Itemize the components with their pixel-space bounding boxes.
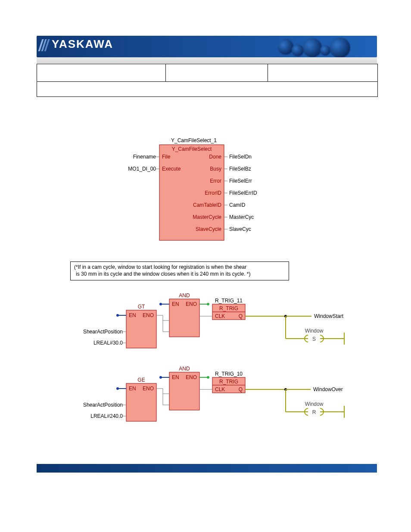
and-eno: ENO <box>186 374 197 380</box>
svg-text:MasterCyc: MasterCyc <box>229 214 254 220</box>
svg-text:FileSelErr: FileSelErr <box>229 178 252 184</box>
svg-text:CamTableID: CamTableID <box>193 202 221 208</box>
fb-port-row: Done FileSelDn <box>209 154 252 160</box>
coil-label: Window <box>305 328 324 334</box>
svg-text:Finename: Finename <box>133 154 156 160</box>
fb-port-row: MO1_DI_00 Execute <box>128 166 181 172</box>
brand-banner: YASKAWA <box>37 36 377 57</box>
banner-subheader <box>37 57 377 63</box>
footer-bar <box>37 464 377 473</box>
coil-type: R <box>312 409 316 415</box>
fb-port-row: Error FileSelErr <box>210 178 252 184</box>
svg-point-28 <box>116 314 119 317</box>
svg-point-54 <box>159 376 162 379</box>
fb-camfileselect-diagram: Y_CamFileSelect_1 Y_CamFileSelect Finena… <box>116 136 271 244</box>
rtrig-clk: CLK <box>215 313 225 319</box>
page: YASKAWA Y_CamFileSelect_1 Y_CamFileSelec… <box>0 0 411 532</box>
gt-type: GT <box>138 304 145 310</box>
comment-line: is 30 mm in its cycle and the window clo… <box>74 271 285 277</box>
rtrig-q: Q <box>239 313 243 319</box>
ge-eno: ENO <box>143 386 154 392</box>
banner-decor-icon <box>278 37 368 56</box>
fb-instance-label: Y_CamFileSelect_1 <box>171 137 217 143</box>
svg-point-50 <box>116 387 119 390</box>
svg-text:Error: Error <box>210 178 221 184</box>
fb-port-row: CamTableID CamID <box>193 202 246 208</box>
header-cell <box>37 64 166 81</box>
ge-en: EN <box>129 386 136 392</box>
and-eno: ENO <box>186 301 197 307</box>
rtrig-clk: CLK <box>215 386 225 392</box>
svg-text:MasterCycle: MasterCycle <box>193 214 221 220</box>
svg-point-39 <box>207 303 209 305</box>
svg-text:FileSelErrID: FileSelErrID <box>229 190 257 196</box>
header-cell <box>268 64 377 81</box>
svg-point-61 <box>207 376 209 379</box>
coil-label: Window <box>305 401 324 407</box>
rtrig-instance: R_TRIG_10 <box>215 371 243 377</box>
rtrig-type: R_TRIG <box>219 379 238 385</box>
svg-text:FileSelDn: FileSelDn <box>229 154 252 160</box>
svg-text:File: File <box>162 154 171 160</box>
logo-stripes-icon <box>40 39 50 50</box>
rtrig-q: Q <box>239 386 243 392</box>
and-en: EN <box>172 301 179 307</box>
svg-text:Busy: Busy <box>210 166 221 172</box>
svg-text:FileSelBz: FileSelBz <box>229 166 251 172</box>
coil-type: S <box>312 336 316 342</box>
gt-in2: LREAL#30.0 <box>93 340 123 346</box>
out-windowstart: WindowStart <box>314 313 344 319</box>
svg-text:SlaveCycle: SlaveCycle <box>196 226 221 232</box>
svg-text:Done: Done <box>209 154 221 160</box>
rung-windowstart: GT EN ENO ShearActPosition LREAL#30.0 AN… <box>70 292 355 361</box>
fb-type-label: Y_CamFileSelect <box>172 146 212 152</box>
ge-in2: LREAL#240.0 <box>90 413 123 419</box>
gt-in1: ShearActPosition <box>83 329 123 335</box>
fb-port-row: Busy FileSelBz <box>210 166 251 172</box>
gt-en: EN <box>129 312 136 318</box>
and-type: AND <box>179 292 190 299</box>
ge-type: GE <box>137 377 145 383</box>
rung-windowover: GE EN ENO ShearActPosition LREAL#240.0 A… <box>70 365 355 434</box>
svg-point-32 <box>159 303 162 305</box>
header-cell <box>166 64 268 81</box>
fb-port-row: ErrorID FileSelErrID <box>205 190 257 196</box>
svg-text:ErrorID: ErrorID <box>205 190 221 196</box>
gt-eno: ENO <box>143 312 154 318</box>
rtrig-instance: R_TRIG_11 <box>215 298 243 304</box>
and-type: AND <box>179 366 190 372</box>
header-cell <box>37 82 377 96</box>
and-en: EN <box>172 374 179 380</box>
svg-text:Execute: Execute <box>162 166 181 172</box>
header-table <box>37 64 378 97</box>
brand-name: YASKAWA <box>52 37 113 51</box>
comment-line: (*If in a cam cycle, window to start loo… <box>74 264 285 271</box>
rtrig-type: R_TRIG <box>219 305 238 311</box>
svg-text:SlaveCyc: SlaveCyc <box>229 226 251 232</box>
fb-port-row: Finename File <box>133 154 171 160</box>
svg-text:MO1_DI_00: MO1_DI_00 <box>128 166 156 172</box>
out-windowover: WindowOver <box>313 386 343 392</box>
ge-in1: ShearActPosition <box>83 402 123 408</box>
comment-box: (*If in a cam cycle, window to start loo… <box>70 261 289 280</box>
svg-text:CamID: CamID <box>229 202 246 208</box>
